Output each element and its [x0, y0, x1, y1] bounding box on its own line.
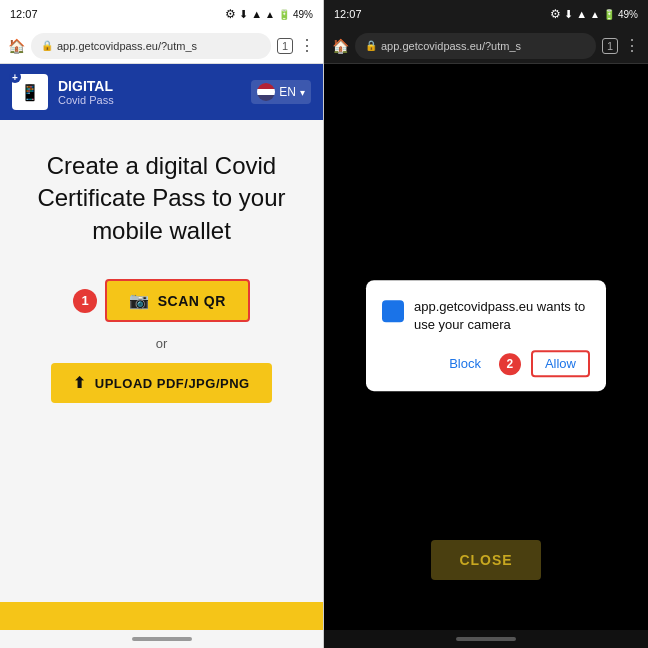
lang-label: EN — [279, 85, 296, 99]
home-indicator-right — [324, 630, 648, 648]
scan-qr-label: SCAN QR — [158, 293, 226, 309]
wifi-icon: ▲ — [251, 8, 262, 20]
app-logo: + 📱 — [12, 74, 48, 110]
upload-label: UPLOAD PDF/JPG/PNG — [95, 376, 250, 391]
nav-title-sub: Covid Pass — [58, 94, 241, 106]
nav-header: + 📱 DIGITAL Covid Pass EN ▾ — [0, 64, 323, 120]
flag-icon — [257, 83, 275, 101]
chevron-down-icon: ▾ — [300, 87, 305, 98]
time-right: 12:07 — [334, 8, 362, 20]
home-icon-right[interactable]: 🏠 — [332, 38, 349, 54]
phone-logo-icon: 📱 — [20, 83, 40, 102]
url-text-left: app.getcovidpass.eu/?utm_s — [57, 40, 197, 52]
tab-count-left[interactable]: 1 — [277, 38, 293, 54]
battery-icon-right: 🔋 — [603, 9, 615, 20]
scan-qr-button[interactable]: 📷 SCAN QR — [105, 279, 250, 322]
main-content-left: Create a digital Covid Certificate Pass … — [0, 120, 323, 602]
menu-icon-left[interactable]: ⋮ — [299, 36, 315, 55]
nav-title-main: DIGITAL — [58, 78, 241, 94]
close-button[interactable]: CLOSE — [431, 540, 540, 580]
home-icon-left[interactable]: 🏠 — [8, 38, 25, 54]
url-bar-right[interactable]: 🔒 app.getcovidpass.eu/?utm_s — [355, 33, 596, 59]
signal-icon: ▲ — [265, 9, 275, 20]
dialog-message: app.getcovidpass.eu wants to use your ca… — [414, 298, 590, 334]
dialog-header: app.getcovidpass.eu wants to use your ca… — [382, 298, 590, 334]
right-phone: 12:07 ⚙ ⬇ ▲ ▲ 🔋 49% 🏠 🔒 app.getcovidpass… — [324, 0, 648, 648]
battery-pct-right: 49% — [618, 9, 638, 20]
or-divider: or — [156, 336, 168, 351]
address-bar-right[interactable]: 🏠 🔒 app.getcovidpass.eu/?utm_s 1 ⋮ — [324, 28, 648, 64]
step1-badge: 1 — [73, 289, 97, 313]
status-bar-right: 12:07 ⚙ ⬇ ▲ ▲ 🔋 49% — [324, 0, 648, 28]
home-bar-left — [132, 637, 192, 641]
lock-icon-right: 🔒 — [365, 40, 377, 51]
camera-icon: 📷 — [129, 291, 150, 310]
step2-badge: 2 — [499, 353, 521, 375]
menu-icon-right[interactable]: ⋮ — [624, 36, 640, 55]
status-icons-right: ⚙ ⬇ ▲ ▲ 🔋 49% — [550, 7, 638, 21]
signal-icon-right: ▲ — [590, 9, 600, 20]
url-bar-left[interactable]: 🔒 app.getcovidpass.eu/?utm_s — [31, 33, 271, 59]
scan-row: 1 📷 SCAN QR — [73, 279, 250, 322]
home-bar-right — [456, 637, 516, 641]
status-icons-left: ⚙ ⬇ ▲ ▲ 🔋 49% — [225, 7, 313, 21]
settings-icon-right: ⚙ — [550, 7, 561, 21]
bottom-bar — [0, 602, 323, 630]
battery-icon: 🔋 — [278, 9, 290, 20]
dialog-actions: Block 2 Allow — [382, 351, 590, 378]
settings-icon: ⚙ — [225, 7, 236, 21]
upload-button[interactable]: ⬆ UPLOAD PDF/JPG/PNG — [51, 363, 271, 403]
nav-title-group: DIGITAL Covid Pass — [58, 78, 241, 106]
download-icon: ⬇ — [239, 8, 248, 21]
status-bar-left: 12:07 ⚙ ⬇ ▲ ▲ 🔋 49% — [0, 0, 323, 28]
url-text-right: app.getcovidpass.eu/?utm_s — [381, 40, 521, 52]
tab-count-right[interactable]: 1 — [602, 38, 618, 54]
block-button[interactable]: Block — [441, 353, 489, 376]
dialog-app-icon — [382, 300, 404, 322]
time-left: 12:07 — [10, 8, 38, 20]
download-icon-right: ⬇ — [564, 8, 573, 21]
wifi-icon-right: ▲ — [576, 8, 587, 20]
lock-icon-left: 🔒 — [41, 40, 53, 51]
address-bar-left[interactable]: 🏠 🔒 app.getcovidpass.eu/?utm_s 1 ⋮ — [0, 28, 323, 64]
permission-dialog: app.getcovidpass.eu wants to use your ca… — [366, 280, 606, 391]
allow-button[interactable]: Allow — [531, 351, 590, 378]
battery-pct-left: 49% — [293, 9, 313, 20]
left-phone: 12:07 ⚙ ⬇ ▲ ▲ 🔋 49% 🏠 🔒 app.getcovidpass… — [0, 0, 324, 648]
camera-view: app.getcovidpass.eu wants to use your ca… — [324, 64, 648, 630]
lang-selector[interactable]: EN ▾ — [251, 80, 311, 104]
plus-badge: + — [9, 71, 21, 83]
upload-icon: ⬆ — [73, 374, 87, 392]
home-indicator-left — [0, 630, 323, 648]
hero-title: Create a digital Covid Certificate Pass … — [20, 150, 303, 247]
